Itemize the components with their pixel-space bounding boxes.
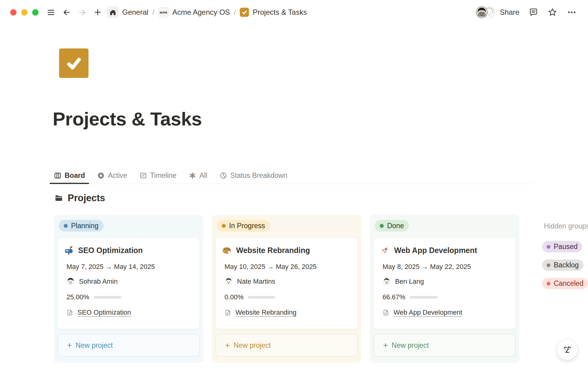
folder-icon bbox=[55, 194, 63, 202]
plus-icon: + bbox=[67, 341, 72, 350]
status-badge-in-progress[interactable]: In Progress bbox=[217, 220, 270, 232]
tab-label: Status Breakdown bbox=[230, 171, 288, 180]
status-badge-planning[interactable]: Planning bbox=[59, 220, 104, 232]
tab-label: Timeline bbox=[150, 171, 176, 180]
tab-active[interactable]: Active bbox=[93, 169, 131, 184]
new-project-button[interactable]: + New project bbox=[374, 334, 516, 357]
status-label: In Progress bbox=[229, 222, 265, 230]
assignee-avatar bbox=[224, 277, 233, 286]
palette-icon bbox=[222, 246, 232, 255]
card-title: SEO Optimization bbox=[78, 246, 143, 255]
card-progress: 25.00% bbox=[66, 293, 191, 301]
star-circle-icon bbox=[97, 172, 105, 179]
tab-timeline[interactable]: Timeline bbox=[135, 169, 181, 184]
card-title: Website Rebranding bbox=[236, 246, 310, 255]
breadcrumb-separator: / bbox=[152, 8, 154, 17]
card-date-range: May 8, 2025 → May 22, 2025 bbox=[383, 263, 507, 271]
card-title: Web App Development bbox=[394, 246, 477, 255]
hidden-group-label: Canceled bbox=[554, 279, 583, 288]
column-planning: Planning SEO Optimization May 7, 2025 → … bbox=[54, 215, 203, 363]
card-assignee: Nate Martins bbox=[224, 277, 349, 286]
card-date-range: May 7, 2025 → May 14, 2025 bbox=[66, 263, 191, 271]
progress-bar bbox=[94, 296, 121, 299]
notion-ai-face-icon bbox=[561, 344, 573, 355]
tab-board[interactable]: Board bbox=[50, 169, 89, 184]
breadcrumb-label: Projects & Tasks bbox=[253, 8, 307, 17]
member-avatars[interactable] bbox=[476, 6, 495, 18]
project-card-web-app-development[interactable]: Web App Development May 8, 2025 → May 22… bbox=[374, 238, 516, 329]
plus-icon: + bbox=[383, 341, 388, 350]
hidden-group-paused[interactable]: Paused bbox=[542, 241, 582, 252]
breadcrumb-label: General bbox=[122, 8, 148, 17]
progress-bar bbox=[410, 296, 437, 299]
hidden-groups-title[interactable]: Hidden groups bbox=[544, 222, 588, 230]
breadcrumb-item-projects-tasks[interactable]: Projects & Tasks bbox=[240, 8, 307, 17]
card-page-link[interactable]: SEO Optimization bbox=[77, 309, 131, 316]
hidden-groups-list: Paused Backlog Canceled bbox=[542, 241, 588, 289]
hidden-group-label: Backlog bbox=[554, 261, 579, 269]
card-link-row: Website Rebranding bbox=[224, 309, 349, 316]
breadcrumb-label: Acme Agency OS bbox=[172, 8, 230, 17]
notion-ai-button[interactable] bbox=[557, 339, 578, 360]
share-button[interactable]: Share bbox=[500, 8, 519, 17]
comment-icon[interactable] bbox=[529, 7, 538, 17]
pie-chart-icon bbox=[220, 172, 227, 179]
checkbox-icon bbox=[240, 8, 249, 17]
hidden-group-backlog[interactable]: Backlog bbox=[542, 259, 583, 271]
status-badge-done[interactable]: Done bbox=[375, 220, 409, 232]
forward-icon[interactable] bbox=[78, 8, 87, 17]
new-project-button[interactable]: + New project bbox=[216, 334, 358, 357]
page-title[interactable]: Projects & Tasks bbox=[53, 108, 202, 130]
hidden-group-canceled[interactable]: Canceled bbox=[542, 278, 588, 289]
project-card-seo-optimization[interactable]: SEO Optimization May 7, 2025 → May 14, 2… bbox=[58, 238, 200, 329]
page-icon-checkbox[interactable] bbox=[59, 48, 89, 78]
timeline-icon bbox=[139, 172, 147, 179]
back-icon[interactable] bbox=[62, 8, 71, 17]
tab-status-breakdown[interactable]: Status Breakdown bbox=[215, 169, 292, 184]
card-progress: 0.00% bbox=[224, 293, 349, 301]
card-link-row: Web App Development bbox=[383, 309, 507, 316]
new-project-button[interactable]: + New project bbox=[58, 334, 200, 357]
card-page-link[interactable]: Website Rebranding bbox=[236, 309, 296, 316]
close-button[interactable] bbox=[10, 9, 17, 16]
status-dot bbox=[222, 224, 226, 228]
status-label: Done bbox=[387, 222, 404, 230]
tab-label: Board bbox=[65, 171, 85, 180]
hidden-group-label: Paused bbox=[554, 243, 578, 251]
menu-icon[interactable] bbox=[47, 8, 55, 17]
status-label: Planning bbox=[71, 222, 99, 230]
view-tabs: Board Active Timeline All Status Breakdo… bbox=[50, 169, 533, 184]
project-card-website-rebranding[interactable]: Website Rebranding May 10, 2025 → May 26… bbox=[216, 238, 358, 329]
home-icon bbox=[107, 6, 119, 18]
tab-all[interactable]: All bbox=[184, 169, 212, 184]
card-page-link[interactable]: Web App Development bbox=[394, 309, 462, 316]
card-date-range: May 10, 2025 → May 26, 2025 bbox=[224, 263, 349, 271]
breadcrumb-separator: / bbox=[234, 8, 236, 17]
more-icon[interactable] bbox=[567, 7, 577, 17]
status-dot bbox=[547, 282, 550, 286]
nav-icons bbox=[47, 8, 102, 17]
document-icon bbox=[66, 309, 74, 316]
maximize-button[interactable] bbox=[32, 9, 39, 16]
assignee-avatar bbox=[383, 277, 391, 286]
progress-label: 25.00% bbox=[66, 293, 89, 301]
projects-section-header[interactable]: Projects bbox=[55, 193, 105, 204]
breadcrumb-item-acme-agency-os[interactable]: acme Acme Agency OS bbox=[158, 7, 230, 17]
breadcrumb-item-general[interactable]: General bbox=[107, 6, 148, 18]
mailbox-icon bbox=[64, 246, 74, 255]
minimize-button[interactable] bbox=[21, 9, 28, 16]
breadcrumb: General / acme Acme Agency OS / Projects… bbox=[107, 6, 307, 18]
status-dot bbox=[547, 263, 550, 267]
window-controls bbox=[10, 9, 39, 16]
kanban-board: Planning SEO Optimization May 7, 2025 → … bbox=[54, 215, 588, 363]
star-icon[interactable] bbox=[548, 7, 557, 17]
assignee-name: Sohrab Amin bbox=[79, 278, 118, 286]
card-progress: 66.67% bbox=[383, 293, 507, 301]
rocket-icon bbox=[380, 246, 390, 255]
new-page-icon[interactable] bbox=[93, 8, 102, 17]
progress-label: 0.00% bbox=[224, 293, 243, 301]
document-icon bbox=[224, 309, 232, 316]
document-icon bbox=[383, 309, 390, 316]
section-title: Projects bbox=[68, 193, 105, 204]
assignee-avatar bbox=[66, 277, 75, 286]
